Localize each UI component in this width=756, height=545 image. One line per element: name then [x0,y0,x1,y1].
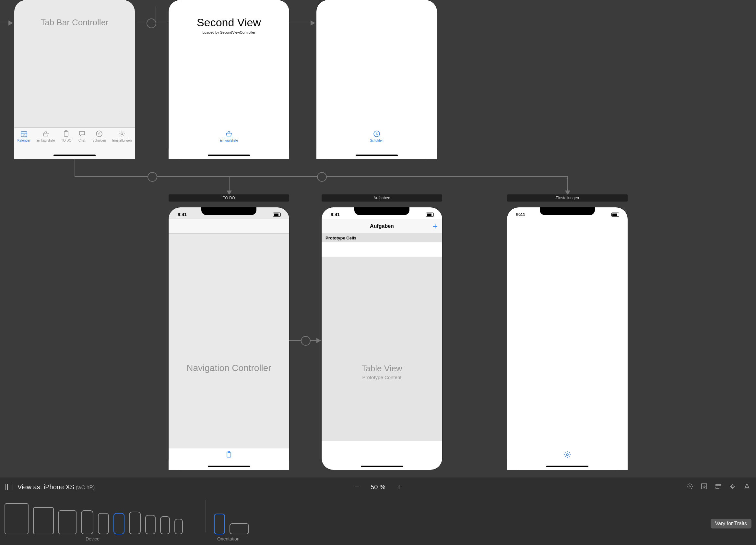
tab-bar: Einkaufsliste [169,128,289,159]
zoom-in-button[interactable]: + [396,482,402,492]
storyboard-canvas[interactable]: Tab Bar Controller 15 Kalender Einkaufsl… [0,0,756,478]
scene-einstellungen[interactable]: 9:41 [507,207,628,470]
status-time: 9:41 [516,212,525,217]
scene-title-bar[interactable]: Einstellungen [507,195,628,202]
device-config-bar: View as: iPhone XS (wC hR) − 50 % + [0,478,756,545]
device-ipad-small[interactable] [58,510,77,534]
embed-in-icon[interactable] [700,482,708,492]
home-indicator [546,466,588,467]
config-bar-bottom-row: Device Orientation Vary for Traits [5,499,751,545]
clipboard-icon [225,450,233,459]
align-icon[interactable] [715,482,722,492]
orientation-picker [214,499,249,534]
orientation-portrait[interactable] [214,514,225,534]
device-iphone-4[interactable] [129,512,141,534]
panel-toggle-button[interactable] [5,484,13,490]
euro-icon: € [95,130,103,138]
orientation-group-label: Orientation [217,536,239,541]
svg-text:€: € [376,132,378,136]
add-button[interactable]: + [433,221,438,231]
clipboard-icon [62,130,70,138]
segue-icon[interactable] [317,172,327,182]
device-iphone-5[interactable] [145,515,156,534]
svg-point-12 [566,454,568,456]
prototype-cell[interactable] [322,243,442,257]
tab-bar-area [322,441,442,450]
tab-label: Chat [78,139,85,142]
basket-icon [41,130,50,138]
battery-icon [611,213,619,217]
segue-line [229,176,230,192]
segue-arrow-icon [311,20,315,26]
scene-second-view[interactable]: Second View Loaded by SecondViewControll… [169,0,289,159]
tab-kalender[interactable]: 15 Kalender [18,130,30,159]
calendar-icon: 15 [20,130,28,138]
tab-label: Kalender [18,139,30,142]
device-ipad-medium[interactable] [33,507,54,534]
pin-icon[interactable] [729,482,737,492]
device-iphone-xs[interactable] [113,513,124,534]
svg-text:€: € [98,132,100,136]
view-as-label[interactable]: View as: iPhone XS (wC hR) [18,483,95,491]
device-iphone-1[interactable] [81,510,93,534]
scene-navigation-controller[interactable]: 9:41 Navigation Controller [169,207,289,470]
svg-rect-17 [731,485,734,488]
chat-icon [78,130,86,138]
view-as-prefix: View as: [18,483,44,491]
device-group-label: Device [86,536,100,541]
tab-label: Einstellungen [112,139,132,142]
device-iphone-6[interactable] [160,516,170,534]
scene-placeholder-label: Tab Bar Controller [14,18,135,28]
table-view-body[interactable]: Table View Prototype Content [322,257,442,441]
orientation-landscape[interactable] [230,523,249,534]
scene-schulden[interactable]: € Schulden [316,0,437,159]
zoom-out-button[interactable]: − [354,482,360,492]
tab-einstellungen[interactable]: Einstellungen [112,130,132,159]
vary-for-traits-button[interactable]: Vary for Traits [711,519,751,528]
status-time: 9:41 [178,212,187,217]
device-iphone-7[interactable] [174,519,183,534]
nav-bar-empty [169,219,289,234]
tab-label: TO DO [61,139,71,142]
segue-line [75,159,75,176]
nav-title: Aufgaben [370,223,394,229]
battery-icon [273,213,281,217]
device-notch [201,207,256,215]
gear-icon [563,450,572,459]
scene-placeholder-label: Navigation Controller [169,363,289,373]
tab-label: Einkaufsliste [220,139,238,142]
update-frames-icon[interactable] [686,482,694,492]
tab-label: Schulden [92,139,106,142]
second-view-title: Second View [169,16,289,29]
config-bar-top-row: View as: iPhone XS (wC hR) − 50 % + [0,478,756,496]
segue-icon[interactable] [148,172,157,182]
gear-icon [118,130,126,138]
segue-icon[interactable] [147,18,156,28]
zoom-value: 50 % [371,483,385,491]
resolve-issues-icon[interactable] [743,482,751,492]
view-as-sizeclass: (wC hR) [74,485,95,490]
device-notch [540,207,595,215]
svg-text:15: 15 [22,134,25,137]
navigation-bar: Aufgaben + [322,219,442,234]
view-as-device: iPhone XS [44,483,75,491]
table-view-label: Table View [322,363,442,373]
table-view-sublabel: Prototype Content [322,374,442,380]
device-ipad-large[interactable] [5,503,29,534]
scene-title-bar[interactable]: Aufgaben [322,195,442,202]
scene-tabbar-controller[interactable]: Tab Bar Controller 15 Kalender Einkaufsl… [14,0,135,159]
device-picker [5,499,183,534]
home-indicator [208,466,250,467]
device-iphone-2[interactable] [98,513,109,534]
scene-title-bar[interactable]: TO DO [169,195,289,202]
segue-icon[interactable] [301,336,311,346]
home-indicator [361,466,403,467]
tab-bar: € Schulden [316,128,437,159]
basket-icon [225,130,233,138]
svg-rect-16 [716,487,719,488]
second-view-subtitle: Loaded by SecondViewController [169,30,289,34]
separator [206,500,206,532]
segue-line [567,176,568,192]
scene-aufgaben[interactable]: 9:41 Aufgaben + Prototype Cells Table Vi… [322,207,442,470]
tab-einkaufsliste[interactable]: Einkaufsliste [37,130,55,159]
